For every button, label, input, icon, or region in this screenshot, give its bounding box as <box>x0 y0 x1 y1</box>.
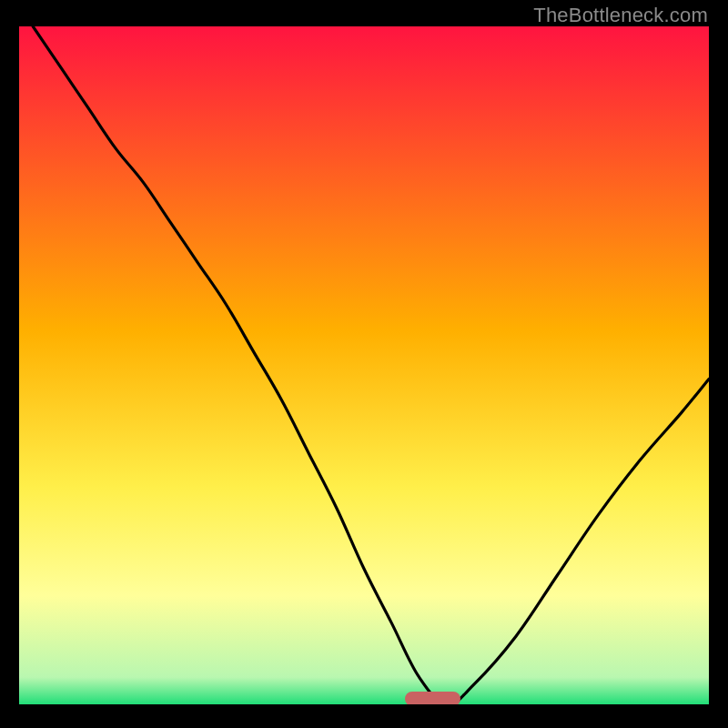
bottleneck-curve <box>19 26 709 704</box>
chart-frame: TheBottleneck.com <box>0 0 728 728</box>
optimal-range-marker <box>405 692 460 704</box>
watermark-text: TheBottleneck.com <box>533 4 708 27</box>
plot-area <box>19 26 709 704</box>
